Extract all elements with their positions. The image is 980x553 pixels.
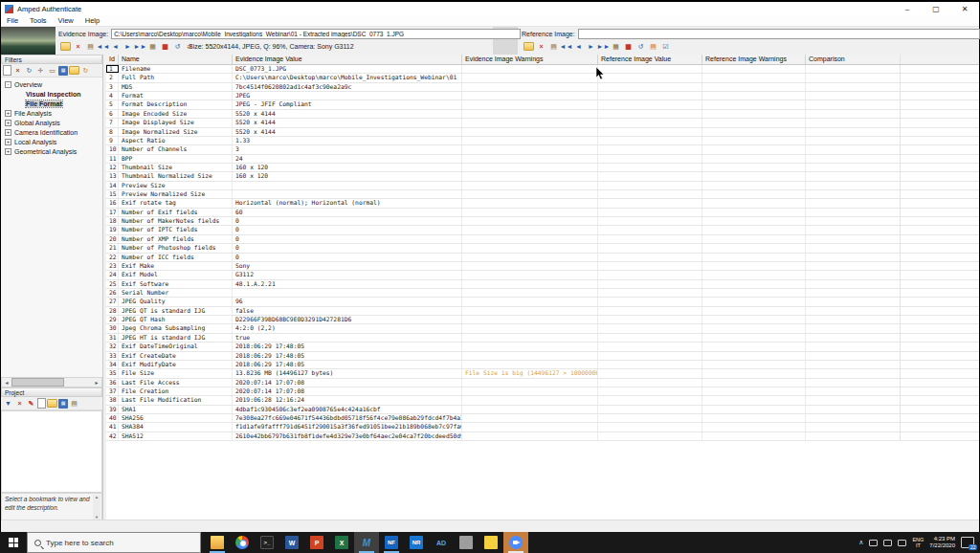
cell-evidence-value[interactable]: 13.8236 MB (14496127 bytes): [233, 369, 462, 377]
cell-comparison[interactable]: [806, 369, 901, 377]
scroll-left-icon[interactable]: ◄: [2, 378, 11, 387]
network-tray-icon[interactable]: [883, 540, 892, 546]
cell-reference-value[interactable]: [598, 352, 702, 360]
cell-evidence-warning[interactable]: [462, 406, 598, 413]
cell-id[interactable]: 42: [106, 432, 119, 440]
cell-reference-value[interactable]: [598, 271, 702, 278]
tree-expander-icon[interactable]: +: [5, 120, 11, 126]
cell-evidence-warning[interactable]: [462, 244, 598, 252]
cell-reference-warning[interactable]: [702, 74, 806, 81]
column-header-evidence-warnings[interactable]: Evidence Image Warnings: [462, 55, 598, 64]
cell-reference-value[interactable]: [598, 145, 702, 153]
toolbar-icon[interactable]: ×: [536, 41, 546, 52]
cell-reference-value[interactable]: [598, 137, 702, 144]
minimize-button[interactable]: –: [893, 2, 922, 15]
table-row[interactable]: 2 Full Path C:\Users\marco\Desktop\marco…: [106, 74, 979, 82]
tray-chevron-icon[interactable]: ∧: [858, 539, 863, 546]
taskbar-app[interactable]: >_: [255, 532, 279, 553]
scroll-right-icon[interactable]: ►: [92, 378, 101, 387]
toolbar-icon[interactable]: ►: [586, 41, 596, 52]
cell-name[interactable]: Exif rotate tag: [119, 199, 233, 207]
cell-evidence-value[interactable]: 5520 x 4144: [233, 128, 462, 136]
cell-name[interactable]: Last File Modification: [119, 396, 233, 404]
cell-evidence-value[interactable]: 5520 x 4144: [233, 119, 462, 126]
cell-id[interactable]: 5: [106, 100, 119, 108]
cell-comparison[interactable]: [806, 226, 901, 233]
cell-id[interactable]: 18: [106, 217, 119, 225]
cell-reference-warning[interactable]: [702, 217, 806, 225]
cell-reference-warning[interactable]: [702, 298, 806, 305]
cell-reference-value[interactable]: [598, 119, 702, 126]
cell-reference-warning[interactable]: [702, 316, 806, 323]
cell-evidence-value[interactable]: Horizontal (normal); Horizontal (normal): [233, 199, 462, 207]
cell-id[interactable]: 24: [106, 271, 119, 278]
tree-expander-icon[interactable]: +: [5, 139, 11, 145]
taskbar-app[interactable]: NR: [404, 532, 429, 553]
taskbar-app[interactable]: [479, 532, 503, 553]
cell-evidence-value[interactable]: 48.1.A.2.21: [233, 280, 462, 288]
cell-reference-warning[interactable]: [702, 289, 806, 297]
cell-id[interactable]: 9: [106, 137, 119, 144]
cell-comparison[interactable]: [806, 235, 901, 243]
description-scrollbar[interactable]: ▲▼: [93, 495, 100, 520]
cell-reference-warning[interactable]: [702, 324, 806, 332]
cell-reference-value[interactable]: [598, 74, 702, 81]
cell-comparison[interactable]: [806, 432, 901, 440]
toolbar-icon[interactable]: ▦: [160, 41, 170, 52]
cell-comparison[interactable]: [806, 298, 901, 305]
cell-reference-warning[interactable]: [702, 164, 806, 171]
cell-comparison[interactable]: [806, 289, 901, 297]
table-row[interactable]: 32 Exif DateTimeOriginal 2018:06:29 17:4…: [106, 343, 979, 351]
column-header-id[interactable]: Id: [106, 55, 119, 64]
cell-id[interactable]: 22: [106, 254, 119, 261]
table-row[interactable]: 31 JPEG HT is standard IJG true: [106, 334, 979, 343]
table-row[interactable]: 41 SHA384 f1d1afe9fafff791d6451f290015a3…: [106, 423, 979, 431]
toolbar-icon[interactable]: ×: [73, 41, 83, 52]
cell-name[interactable]: Number of XMP fields: [119, 235, 233, 243]
cell-comparison[interactable]: [806, 128, 901, 136]
tree-expander-icon[interactable]: -: [5, 81, 11, 88]
cell-evidence-warning[interactable]: [462, 128, 598, 136]
table-row[interactable]: 39 SHA1 4dbaf1c9304506c3ef2ea0908765e4c4…: [106, 406, 979, 414]
cell-reference-warning[interactable]: [702, 244, 806, 252]
cell-evidence-warning[interactable]: [462, 262, 598, 270]
filters-toolbar-icon[interactable]: ↻: [24, 65, 34, 76]
toolbar-icon[interactable]: ◄◄: [561, 41, 571, 52]
cell-comparison[interactable]: [806, 307, 901, 315]
cell-evidence-warning[interactable]: [462, 226, 598, 233]
cell-id[interactable]: 2: [106, 74, 119, 81]
table-row[interactable]: 34 Exif ModifyDate 2018:06:29 17:48:05: [106, 361, 979, 369]
cell-reference-value[interactable]: [598, 244, 702, 252]
cell-reference-warning[interactable]: [702, 387, 806, 395]
project-toolbar-icon[interactable]: [47, 399, 57, 408]
column-header-reference-warnings[interactable]: Reference Image Warnings: [702, 55, 806, 64]
table-row[interactable]: 21 Number of Photoshop fields 0: [106, 244, 979, 253]
cell-reference-warning[interactable]: [702, 280, 806, 288]
cell-evidence-value[interactable]: 60: [233, 209, 462, 216]
cell-reference-warning[interactable]: [702, 361, 806, 368]
cell-comparison[interactable]: [806, 423, 901, 431]
tree-expander-icon[interactable]: +: [5, 110, 11, 117]
taskbar-app[interactable]: [503, 532, 528, 553]
cell-reference-warning[interactable]: [702, 190, 806, 198]
table-row[interactable]: 27 JPEG Quality 96: [106, 298, 979, 306]
cell-comparison[interactable]: [806, 74, 901, 81]
cell-comparison[interactable]: [806, 199, 901, 207]
cell-evidence-value[interactable]: [233, 182, 462, 189]
cell-name[interactable]: JPEG QT Hash: [119, 316, 233, 323]
filters-toolbar-icon[interactable]: [69, 66, 79, 75]
cell-evidence-value[interactable]: 4dbaf1c9304506c3ef2ea0908765e4c424a16cbf: [233, 406, 462, 413]
cell-id[interactable]: 35: [106, 369, 119, 377]
cell-name[interactable]: Number of Photoshop fields: [119, 244, 233, 252]
cell-name[interactable]: JPEG Quality: [119, 298, 233, 305]
toolbar-icon[interactable]: [60, 42, 71, 51]
table-row[interactable]: 42 SHA512 2610e42bb6797b631fb8f1defe4d32…: [106, 432, 979, 441]
cell-comparison[interactable]: [806, 155, 901, 163]
tree-expander-icon[interactable]: [16, 100, 23, 107]
cell-reference-value[interactable]: [598, 190, 702, 198]
evidence-path-input[interactable]: [111, 29, 521, 39]
menu-item[interactable]: View: [53, 16, 79, 25]
cell-evidence-value[interactable]: 160 x 120: [233, 164, 462, 171]
cell-reference-value[interactable]: [598, 235, 702, 243]
cell-id[interactable]: 20: [106, 235, 119, 243]
